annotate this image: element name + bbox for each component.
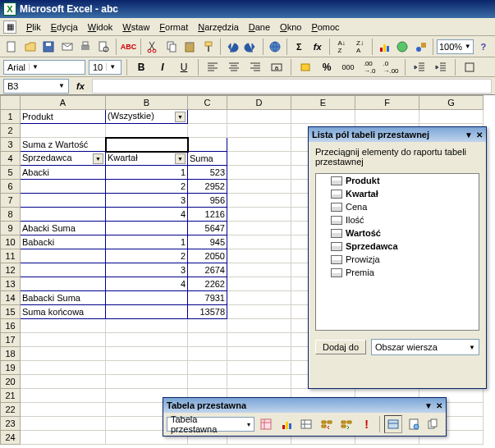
comma-button[interactable]: 000 [339,59,357,75]
cell[interactable] [227,333,291,347]
mail-button[interactable] [58,38,75,56]
cell[interactable] [21,319,106,333]
row-header-14[interactable]: 14 [1,291,21,305]
menu-wstaw[interactable]: Wstaw [117,21,154,34]
cell[interactable] [106,375,188,389]
menu-format[interactable]: Format [154,21,193,34]
cell[interactable] [106,333,188,347]
spellcheck-button[interactable]: ABC [120,38,138,56]
save-button[interactable] [40,38,57,56]
decrease-decimal-button[interactable]: .0→.00 [382,59,400,75]
print-preview-button[interactable] [95,38,112,56]
pivot-toolbar-dropdown-icon[interactable]: ▼ [424,401,433,410]
row-header-2[interactable]: 2 [1,124,21,138]
cell[interactable] [227,138,291,152]
row-header-5[interactable]: 5 [1,166,21,180]
menu-widok[interactable]: Widok [83,21,118,34]
cut-button[interactable] [144,38,161,56]
field-list-close-icon[interactable]: ✕ [476,130,483,139]
align-right-button[interactable] [246,59,264,75]
sort-asc-button[interactable]: A↓Z [333,38,350,56]
cell[interactable] [188,375,227,389]
cell[interactable]: 5647 [188,222,227,235]
cell[interactable]: 2 [106,180,188,194]
row-header-23[interactable]: 23 [1,417,21,431]
cell[interactable] [188,361,227,375]
cell[interactable] [188,110,227,124]
cell[interactable] [21,124,106,138]
pivot-menu-dropdown[interactable]: Tabela przestawna▾ [167,417,254,432]
cell[interactable] [21,194,106,208]
function-button[interactable]: fx [309,38,325,56]
cell[interactable] [21,417,106,431]
align-center-button[interactable] [225,59,243,75]
cell[interactable] [355,110,419,124]
cell[interactable]: (Wszystkie)▼ [106,110,188,124]
pivot-toolbar-titlebar[interactable]: Tabela przestawna ▼✕ [163,398,446,413]
cell[interactable] [227,124,291,138]
cell[interactable]: Suma końcowa [21,305,106,319]
col-header-C[interactable]: C [188,96,227,110]
row-header-6[interactable]: 6 [1,180,21,194]
row-header-22[interactable]: 22 [1,403,21,417]
new-button[interactable] [3,38,20,56]
pivot-hide-detail-button[interactable] [318,415,336,433]
cell[interactable]: 956 [188,194,227,208]
pivot-show-fields-button[interactable] [405,415,423,433]
print-button[interactable] [77,38,94,56]
cell[interactable] [227,222,291,235]
col-header-D[interactable]: D [227,96,291,110]
col-field-dropdown[interactable]: ▼ [175,153,186,164]
cell[interactable] [188,138,227,152]
row-header-8[interactable]: 8 [1,208,21,222]
row-header-7[interactable]: 7 [1,194,21,208]
cell[interactable]: 1216 [188,208,227,222]
page-field-dropdown[interactable]: ▼ [175,112,186,122]
cell[interactable] [227,263,291,277]
field-item-wartość[interactable]: Wartość [316,226,479,240]
cell[interactable]: 2952 [188,180,227,194]
font-size-combo[interactable]: 10▼ [89,60,121,75]
cell[interactable] [227,277,291,291]
col-header-A[interactable]: A [21,96,106,110]
cell[interactable]: 945 [188,235,227,249]
row-header-17[interactable]: 17 [1,333,21,347]
pivot-chart-button[interactable] [277,415,296,433]
col-header-E[interactable]: E [291,96,355,110]
field-list-dropdown-icon[interactable]: ▼ [465,130,473,139]
row-header-11[interactable]: 11 [1,249,21,263]
row-header-19[interactable]: 19 [1,361,21,375]
cell[interactable] [106,222,188,235]
cell[interactable] [21,333,106,347]
cell[interactable] [227,110,291,124]
copy-button[interactable] [163,38,180,56]
chart-button[interactable] [376,38,392,56]
col-header-F[interactable]: F [355,96,419,110]
cell[interactable] [106,347,188,361]
increase-decimal-button[interactable]: .00→.0 [360,59,378,75]
cell[interactable] [227,208,291,222]
cell[interactable] [227,305,291,319]
cell[interactable] [188,124,227,138]
formula-input[interactable] [92,79,492,94]
field-item-produkt[interactable]: Produkt [316,174,479,187]
align-left-button[interactable] [204,59,222,75]
map-button[interactable] [394,38,410,56]
cell[interactable] [106,361,188,375]
cell[interactable] [188,347,227,361]
select-all-corner[interactable] [1,96,21,110]
cell[interactable]: 3 [106,194,188,208]
cell[interactable] [21,208,106,222]
cell[interactable] [188,319,227,333]
pivot-show-detail-button[interactable] [337,415,355,433]
field-item-ilość[interactable]: Ilość [316,213,479,226]
cell[interactable] [21,249,106,263]
underline-button[interactable]: U [175,59,193,75]
menu-pomoc[interactable]: Pomoc [306,21,344,34]
cell[interactable]: Produkt [21,110,106,124]
row-field-dropdown[interactable]: ▼ [93,153,103,164]
cell[interactable]: 2 [106,249,188,263]
cell[interactable]: Babacki Suma [21,291,106,305]
row-header-15[interactable]: 15 [1,305,21,319]
cell[interactable]: 2050 [188,249,227,263]
